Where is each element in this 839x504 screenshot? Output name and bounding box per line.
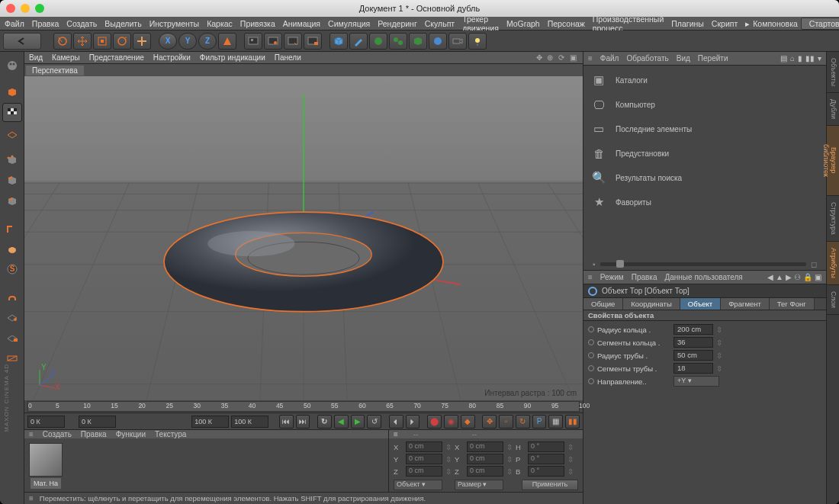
material-label[interactable]: Мат. На <box>31 478 61 489</box>
prop-field[interactable]: 18 <box>673 363 713 374</box>
attr-tab[interactable]: Фрагмент <box>721 298 770 310</box>
viewport-menu[interactable]: Вид <box>29 53 43 62</box>
spinner-icon[interactable]: ⇳ <box>716 339 722 347</box>
pos-field[interactable]: 0 cm <box>406 441 442 452</box>
coord-menu[interactable]: ≡ <box>394 430 398 438</box>
lock-icon[interactable]: ⚇ <box>794 273 801 281</box>
frame-start2-field[interactable]: 0 К <box>79 416 116 428</box>
prop-field[interactable]: 36 <box>673 337 713 348</box>
menu-item[interactable]: Создать <box>66 19 97 28</box>
texture-mode-button[interactable] <box>2 103 22 122</box>
attr-tab[interactable]: Объект <box>680 298 721 310</box>
coord-mode-select[interactable]: Объект ▾ <box>394 480 442 490</box>
viewport-menu[interactable]: Камеры <box>52 53 80 62</box>
viewport-mode-label[interactable]: Перспектива <box>26 66 84 75</box>
undo-button[interactable] <box>3 33 41 50</box>
spinner-icon[interactable]: ⇳ <box>716 352 722 360</box>
prop-select[interactable]: +Y ▾ <box>673 376 719 387</box>
rot-field[interactable]: 0 ° <box>528 441 564 452</box>
dock-tab[interactable]: Структура <box>827 196 839 242</box>
viewport-3d[interactable]: YXZ Интервал растра : 100 cm <box>24 76 583 400</box>
light-button[interactable] <box>468 33 487 50</box>
points-mode-button[interactable] <box>2 150 22 169</box>
scale-key-button[interactable]: ▫ <box>499 415 513 429</box>
size-mode-select[interactable]: Размер ▾ <box>455 480 503 490</box>
autokey-button[interactable]: ◉ <box>444 415 458 429</box>
bookmark-icon[interactable]: ▮▮ <box>805 54 815 63</box>
deformer-button[interactable] <box>409 33 427 50</box>
record-button[interactable]: ⬤ <box>427 415 442 429</box>
material-menu[interactable]: Функции <box>116 430 146 438</box>
browser-menu[interactable]: Файл <box>600 54 619 63</box>
browser-item[interactable]: 🗑Предустановки <box>590 143 820 163</box>
anim-dot-icon[interactable] <box>588 378 594 384</box>
viewport-menu[interactable]: Панели <box>275 53 301 62</box>
pos-key-button[interactable]: ✥ <box>482 415 497 429</box>
anim-dot-icon[interactable] <box>588 326 594 332</box>
size-field[interactable]: 0 cm <box>467 441 503 452</box>
rot-field[interactable]: 0 ° <box>528 466 564 477</box>
keyframe-sel-button[interactable]: ◆ <box>461 415 475 429</box>
frame-end-field[interactable]: 100 К <box>191 416 229 428</box>
rot-field[interactable]: 0 ° <box>528 454 564 464</box>
spline-button[interactable] <box>389 33 407 50</box>
anim-dot-icon[interactable] <box>588 339 594 345</box>
camera-button[interactable] <box>448 33 467 50</box>
dock-tab[interactable]: Браузер библиотек <box>827 126 839 196</box>
attr-menu[interactable]: Правка <box>632 273 657 281</box>
pen-tool-button[interactable] <box>349 33 368 50</box>
size-field[interactable]: 0 cm <box>467 454 503 464</box>
browser-item[interactable]: ▭Последние элементы <box>590 119 820 139</box>
browser-menu[interactable]: Вид <box>677 54 690 63</box>
coord-menu[interactable]: -- <box>413 430 419 438</box>
prop-field[interactable]: 200 cm <box>673 324 713 335</box>
viewport-menu[interactable]: Представление <box>89 53 144 62</box>
next-frame-button[interactable]: ⏵ <box>406 415 420 429</box>
move-tool[interactable] <box>73 33 92 50</box>
menu-item[interactable]: Каркас <box>207 19 233 28</box>
nav-back-icon[interactable]: ◀ <box>767 273 773 281</box>
menu-item[interactable]: Производственный процесс <box>593 14 664 33</box>
workplane-mode-button[interactable] <box>2 124 22 143</box>
browser-menu[interactable]: Обработать <box>626 54 668 63</box>
prev-frame-button[interactable]: ⏴ <box>389 415 403 429</box>
layout-label[interactable]: Компоновка <box>753 19 798 28</box>
param-key-button[interactable]: P <box>532 415 547 429</box>
browser-item[interactable]: ★Фавориты <box>590 192 820 212</box>
dock-tab[interactable]: Слои <box>827 285 839 315</box>
attr-menu[interactable]: Данные пользователя <box>664 273 742 281</box>
locked-workplane-button[interactable] <box>2 327 22 346</box>
live-select-tool[interactable] <box>53 33 72 50</box>
goto-start-button[interactable]: ⏮ <box>279 415 294 429</box>
viewport-menu[interactable]: Фильтр индикации <box>200 53 265 62</box>
scale-tool[interactable] <box>93 33 111 50</box>
menu-item[interactable]: Плагины <box>671 19 704 28</box>
menu-item[interactable]: Трекер движения <box>462 14 499 33</box>
attr-tab[interactable]: Тег Фонг <box>770 298 815 310</box>
dock-tab[interactable]: Атрибуты <box>827 242 839 285</box>
chevron-down-icon[interactable]: ▾ <box>818 54 821 63</box>
frame-end2-field[interactable]: 100 К <box>231 416 268 428</box>
frame-start-field[interactable]: 0 К <box>27 416 65 428</box>
layout-select[interactable]: Стартовая <box>801 18 839 30</box>
menu-item[interactable]: Скрипт <box>712 19 738 28</box>
coord-menu[interactable]: -- <box>472 430 477 438</box>
play-forward-button[interactable]: ▶ <box>351 415 365 429</box>
menu-item[interactable]: Скульпт <box>425 19 455 28</box>
dock-tab[interactable]: Объекты <box>827 52 839 93</box>
spinner-icon[interactable]: ⇳ <box>716 326 722 334</box>
menu-item[interactable]: Анимация <box>283 19 320 28</box>
viewport-menu[interactable]: Настройки <box>153 53 191 62</box>
primitive-cube-button[interactable] <box>329 33 348 50</box>
menu-item[interactable]: Персонаж <box>548 19 585 28</box>
pos-field[interactable]: 0 cm <box>406 454 442 464</box>
attr-tab[interactable]: Общие <box>583 298 623 310</box>
render-pv-button[interactable] <box>264 33 282 50</box>
timeline-button[interactable]: ▮▮ <box>565 415 580 429</box>
anim-dot-icon[interactable] <box>588 365 594 371</box>
viewport-nav-icons[interactable]: ✥ ⊕ ⟳ ▣ <box>536 53 578 62</box>
apply-button[interactable]: Применить <box>522 480 578 490</box>
snap-enable-button[interactable] <box>2 286 22 305</box>
spinner-icon[interactable]: ⇳ <box>716 364 722 373</box>
new-icon[interactable]: ▣ <box>815 273 821 281</box>
